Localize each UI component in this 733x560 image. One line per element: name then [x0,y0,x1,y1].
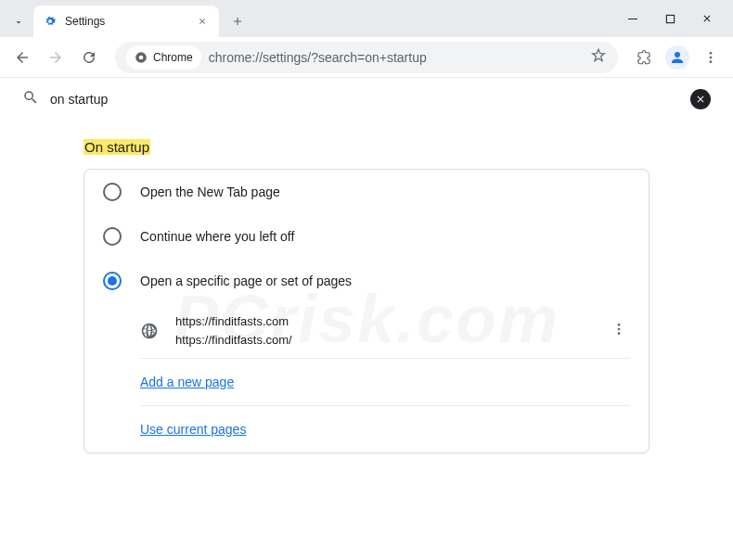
tab-title: Settings [65,15,195,28]
kebab-icon [703,50,718,65]
svg-rect-1 [666,15,674,22]
svg-point-7 [618,324,621,326]
radio-icon [103,183,122,201]
menu-button[interactable] [696,43,726,72]
startup-card: Open the New Tab page Continue where you… [84,169,649,453]
chevron-down-icon [13,17,24,28]
close-icon [695,94,706,105]
close-icon [198,17,207,26]
settings-gear-icon [43,14,58,29]
svg-point-8 [618,327,621,330]
star-icon [590,47,607,64]
close-icon [701,13,713,24]
svg-point-4 [710,52,713,55]
svg-point-3 [139,55,144,59]
use-current-link[interactable]: Use current pages [140,422,246,437]
radio-label: Open the New Tab page [140,185,280,199]
avatar-icon [665,45,689,70]
extensions-button[interactable] [629,43,659,72]
section-title: On startup [84,139,150,155]
page-url-line2: https://finditfasts.com/ [175,331,608,350]
arrow-right-icon [47,49,64,66]
svg-point-6 [710,60,713,63]
page-more-button[interactable] [608,318,630,344]
search-query-text[interactable]: on startup [50,92,690,107]
radio-label: Open a specific page or set of pages [140,274,352,288]
maximize-button[interactable] [651,4,688,33]
chrome-chip-label: Chrome [153,51,193,64]
globe-icon [140,322,159,340]
reload-icon [81,49,97,66]
startup-page-row: https://finditfasts.com https://finditfa… [140,303,630,359]
back-button[interactable] [7,43,37,72]
radio-label: Continue where you left off [140,229,294,244]
close-window-button[interactable] [688,4,726,33]
minimize-button[interactable] [614,4,651,33]
radio-new-tab[interactable]: Open the New Tab page [84,170,649,214]
svg-point-5 [710,56,713,58]
address-bar[interactable]: Chrome chrome://settings/?search=on+star… [115,42,618,73]
radio-icon [103,227,122,246]
search-icon [22,89,39,109]
radio-icon [103,272,122,290]
minimize-icon [627,13,638,24]
arrow-left-icon [14,49,31,66]
forward-button[interactable] [41,43,71,72]
clear-search-button[interactable] [690,89,711,109]
url-text: chrome://settings/?search=on+startup [209,50,583,65]
svg-rect-0 [628,19,637,19]
add-page-link[interactable]: Add a new page [140,375,234,389]
radio-specific-pages[interactable]: Open a specific page or set of pages [84,259,649,303]
tab-search-dropdown[interactable] [7,7,30,37]
chrome-chip: Chrome [126,45,201,70]
kebab-icon [611,322,626,337]
profile-button[interactable] [662,43,692,72]
maximize-icon [665,14,675,24]
plus-icon [231,15,244,28]
browser-tab[interactable]: Settings [33,6,219,37]
svg-point-9 [618,332,621,335]
reload-button[interactable] [74,43,104,72]
tab-close-button[interactable] [195,14,210,29]
page-url-line1: https://finditfasts.com [175,312,608,331]
new-tab-button[interactable] [225,8,251,34]
puzzle-icon [636,49,652,66]
radio-continue[interactable]: Continue where you left off [84,214,649,259]
bookmark-button[interactable] [590,47,607,68]
chrome-logo-icon [135,51,148,64]
